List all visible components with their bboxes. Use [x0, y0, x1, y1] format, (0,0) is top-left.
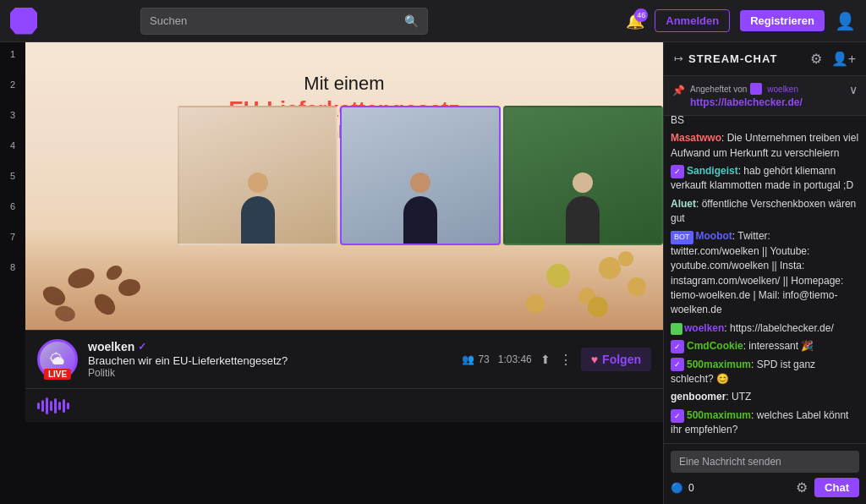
- twitch-logo[interactable]: [10, 8, 37, 35]
- pinned-by-user: woelken: [767, 85, 798, 94]
- chat-title: STREAM-CHAT: [688, 52, 777, 65]
- points-icon: 🔵: [671, 482, 683, 494]
- bottom-bar: [25, 388, 663, 422]
- chat-gear-icon[interactable]: ⚙: [796, 479, 808, 496]
- follow-button[interactable]: ♥ Folgen: [581, 348, 651, 371]
- wave-bar: [58, 402, 61, 410]
- sidebar-num-7: 7: [10, 232, 15, 242]
- stream-title: Brauchen wir ein EU-Lieferkettengesetz?: [88, 354, 452, 367]
- wave-bar: [37, 403, 40, 409]
- chat-message: Masatwwo: Die Unternehmen treiben viel A…: [671, 131, 859, 161]
- verified-icon: ✓: [138, 341, 146, 353]
- wave-bar: [46, 397, 48, 414]
- top-navigation: 🔍 🔔 46 Anmelden Registrieren 👤: [0, 0, 866, 42]
- chat-message: Masatwwo: Safe Harber ist kompletter BS: [671, 116, 859, 128]
- stream-right: 👥 73 1:03:46 ⬆ ⋮ ♥ Folgen: [462, 348, 651, 371]
- points-count: 0: [688, 482, 694, 494]
- more-options-icon[interactable]: ⋮: [559, 352, 573, 368]
- sidebar-num-1: 1: [10, 49, 15, 59]
- stream-duration: 1:03:46: [498, 353, 532, 365]
- slide-line1: Mit einem: [304, 73, 384, 95]
- stream-category: Politik: [88, 367, 452, 379]
- user-icon[interactable]: 👤: [835, 11, 856, 31]
- viewer-count: 👥 73: [462, 353, 489, 365]
- notification-badge: 46: [634, 8, 648, 22]
- chat-header-right: ⚙ 👤+: [810, 51, 856, 67]
- pinned-message: 📌 Angeheftet von woelken https://labelch…: [664, 76, 866, 116]
- chat-messages: Masatwwo: Die Arbeitsbedingungen in der …: [664, 116, 866, 443]
- participant-1: [178, 106, 337, 245]
- login-button[interactable]: Anmelden: [655, 9, 730, 32]
- video-player[interactable]: Mit einem EU-Lieferkettengesetz zu faire…: [25, 42, 663, 330]
- chat-message: woelken: https://labelchecker.de/: [671, 321, 859, 336]
- person-3-silhouette: [557, 159, 608, 244]
- sidebar-num-3: 3: [10, 110, 15, 120]
- streamer-name: woelken ✓: [88, 340, 452, 353]
- wave-bar: [63, 399, 65, 413]
- chat-sidebar: ↦ STREAM-CHAT ⚙ 👤+ 📌 Angeheftet von woel…: [663, 42, 866, 504]
- chat-message: ✓500maximum: SPD ist ganz schlecht? 😊: [671, 358, 859, 387]
- person-1-silhouette: [233, 159, 283, 244]
- left-sidebar: 1 2 3 4 5 6 7 8: [0, 42, 25, 504]
- chat-input-box: [671, 451, 859, 473]
- chat-send-button[interactable]: Chat: [814, 478, 859, 497]
- stream-info-bar: 🌥 LIVE woelken ✓ Brauchen wir ein EU-Lie…: [25, 330, 663, 388]
- add-user-icon[interactable]: 👤+: [831, 52, 856, 66]
- chat-message: genboomer: UTZ: [671, 390, 859, 404]
- viewers-icon: 👥: [462, 353, 474, 365]
- pinned-content: Angeheftet von woelken https://labelchec…: [690, 83, 844, 108]
- main-layout: 1 2 3 4 5 6 7 8 Mit einem EU-Lieferkette…: [0, 42, 866, 504]
- heart-icon: ♥: [591, 353, 598, 366]
- search-input[interactable]: [150, 14, 401, 27]
- chat-header: ↦ STREAM-CHAT ⚙ 👤+: [664, 42, 866, 76]
- wave-bar: [54, 398, 57, 414]
- participants-bar: [178, 106, 663, 245]
- search-bar: 🔍: [140, 8, 428, 35]
- sidebar-num-5: 5: [10, 171, 15, 181]
- sidebar-num-8: 8: [10, 262, 15, 272]
- person-2-silhouette: [395, 159, 446, 244]
- chat-message-input[interactable]: [679, 456, 851, 468]
- stream-details: woelken ✓ Brauchen wir ein EU-Lieferkett…: [88, 340, 452, 379]
- nav-right: 🔔 46 Anmelden Registrieren 👤: [626, 9, 856, 32]
- pinned-label: Angeheftet von woelken: [690, 83, 844, 95]
- pin-icon: 📌: [672, 85, 685, 96]
- arrow-left-icon[interactable]: ↦: [674, 52, 683, 65]
- wave-bar: [67, 403, 69, 409]
- wave-bar: [50, 401, 52, 411]
- chat-message: ✓500maximum: welches Label könnt ihr emp…: [671, 408, 859, 438]
- chat-points-area: 🔵 0: [671, 482, 694, 494]
- search-icon[interactable]: 🔍: [404, 14, 419, 28]
- notifications-button[interactable]: 🔔 46: [626, 12, 644, 30]
- wave-bar: [41, 400, 44, 412]
- chat-message: BOTMoobot: Twitter: twitter.com/woelken …: [671, 229, 859, 317]
- live-badge: LIVE: [44, 369, 71, 380]
- participant-2: [340, 106, 500, 245]
- streamer-avatar-wrap: 🌥 LIVE: [37, 339, 78, 380]
- chat-settings-icon[interactable]: ⚙: [810, 52, 822, 66]
- twitch-mini-icon: [750, 83, 762, 95]
- sidebar-num-4: 4: [10, 140, 15, 151]
- sidebar-num-2: 2: [10, 79, 15, 90]
- waveform: [37, 397, 69, 414]
- chat-message: ✓Sandigeist: hab gehört kliemann verkauf…: [671, 164, 859, 194]
- video-section: Mit einem EU-Lieferkettengesetz zu faire…: [25, 42, 663, 504]
- sidebar-num-6: 6: [10, 201, 15, 211]
- participant-3: [503, 106, 663, 245]
- slide-content: Mit einem EU-Lieferkettengesetz zu faire…: [25, 42, 663, 330]
- chat-header-left: ↦ STREAM-CHAT: [674, 52, 777, 65]
- chat-input-area: 🔵 0 ⚙ Chat: [664, 443, 866, 504]
- pin-collapse-icon[interactable]: ∨: [849, 83, 858, 96]
- chat-message: Aluet: öffentliche Verschenkboxen wären …: [671, 197, 859, 227]
- pinned-link[interactable]: https://labelchecker.de/: [690, 96, 844, 108]
- share-icon[interactable]: ⬆: [540, 353, 551, 366]
- chat-message: ✓CmdCookie: interessant 🎉: [671, 339, 859, 353]
- chat-input-footer: 🔵 0 ⚙ Chat: [671, 478, 859, 497]
- register-button[interactable]: Registrieren: [740, 10, 825, 31]
